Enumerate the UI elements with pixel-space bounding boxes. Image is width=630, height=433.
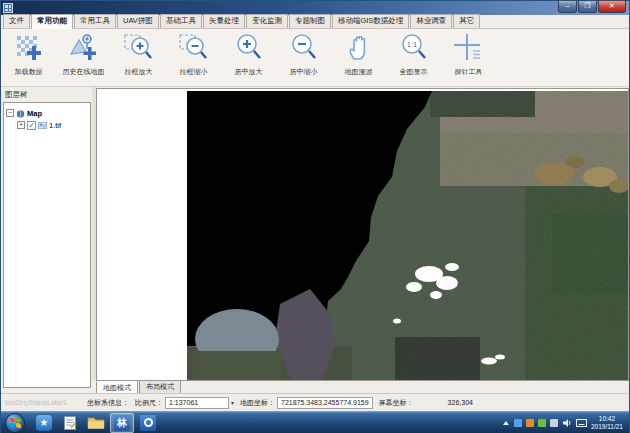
toolbar-button-label: 加载数据 bbox=[15, 67, 43, 77]
tab-thematic-mapping[interactable]: 专题制图 bbox=[289, 14, 331, 28]
taskbar-explorer[interactable] bbox=[84, 413, 108, 433]
load-data-button[interactable]: 加载数据 bbox=[1, 29, 56, 85]
taskbar-notepad[interactable] bbox=[58, 413, 82, 433]
tray-expand-icon[interactable] bbox=[503, 421, 509, 425]
crs-info-label: 坐标系信息： bbox=[87, 398, 129, 408]
tab-vector-processing[interactable]: 矢量处理 bbox=[203, 14, 245, 28]
satellite-raster-image bbox=[97, 89, 628, 380]
toolbar-button-label: 拉框缩小 bbox=[180, 67, 208, 77]
clock-date: 2019/11/21 bbox=[591, 423, 623, 431]
window-controls: – ❐ ✕ bbox=[557, 1, 626, 13]
main-content: 图层树 − Map + ✓ 1.tif bbox=[1, 87, 629, 393]
main-toolbar: 加载数据 历史在线地图 拉框放大 bbox=[1, 29, 629, 87]
layer-visibility-checkbox[interactable]: ✓ bbox=[27, 121, 36, 130]
toolbar-button-label: 历史在线地图 bbox=[63, 67, 105, 77]
folder-icon bbox=[87, 415, 105, 430]
tab-common-tools[interactable]: 常用工具 bbox=[74, 14, 116, 28]
tab-file[interactable]: 文件 bbox=[3, 14, 30, 28]
title-bar: – ❐ ✕ bbox=[1, 1, 629, 15]
tab-forestry-survey[interactable]: 林业调查 bbox=[410, 14, 452, 28]
center-zoom-in-button[interactable]: 居中放大 bbox=[221, 29, 276, 85]
taskbar-circle-app[interactable] bbox=[136, 413, 160, 433]
center-zoom-out-button[interactable]: 居中缩小 bbox=[276, 29, 331, 85]
box-zoom-in-icon bbox=[123, 32, 155, 64]
tree-node-label: Map bbox=[27, 109, 42, 118]
map-coordinate-value: 721875.3483,2455774.9159 bbox=[277, 397, 373, 409]
status-bar: toolStripStatusLabel1 坐标系信息： 比例尺： 1:1370… bbox=[1, 393, 629, 411]
full-extent-button[interactable]: 1:1 全图显示 bbox=[386, 29, 441, 85]
screen-coordinate-label: 屏幕坐标： bbox=[379, 398, 414, 408]
history-online-map-button[interactable]: 历史在线地图 bbox=[56, 29, 111, 85]
circle-app-icon bbox=[140, 415, 156, 431]
scale-input[interactable]: 1:137061 bbox=[165, 397, 229, 409]
menu-tab-bar: 文件 常用功能 常用工具 UAV拼图 基础工具 矢量处理 变化监测 专题制图 移… bbox=[1, 15, 629, 29]
center-zoom-out-icon bbox=[288, 32, 320, 64]
volume-icon[interactable] bbox=[562, 418, 572, 428]
windows-logo-icon bbox=[10, 418, 21, 428]
box-zoom-out-button[interactable]: 拉框缩小 bbox=[166, 29, 221, 85]
tab-common-functions[interactable]: 常用功能 bbox=[31, 14, 73, 29]
taskbar-clock[interactable]: 10:42 2019/11/21 bbox=[591, 415, 623, 431]
close-button[interactable]: ✕ bbox=[598, 1, 626, 13]
tray-orange-icon[interactable] bbox=[526, 419, 534, 427]
svg-text:1:1: 1:1 bbox=[406, 40, 416, 49]
toolbar-button-label: 居中缩小 bbox=[290, 67, 318, 77]
box-zoom-out-icon bbox=[178, 32, 210, 64]
status-placeholder-label: toolStripStatusLabel1 bbox=[5, 399, 81, 406]
scale-dropdown-arrow[interactable]: ▾ bbox=[231, 399, 234, 406]
pan-hand-icon bbox=[343, 32, 375, 64]
layer-tree-title: 图层树 bbox=[5, 90, 28, 100]
box-zoom-in-button[interactable]: 拉框放大 bbox=[111, 29, 166, 85]
map-pan-button[interactable]: 地图漫游 bbox=[331, 29, 386, 85]
tray-green-icon[interactable] bbox=[538, 419, 546, 427]
app-window-icon bbox=[3, 3, 13, 13]
map-document-icon bbox=[16, 109, 25, 118]
tab-change-monitoring[interactable]: 变化监测 bbox=[246, 14, 288, 28]
map-canvas[interactable] bbox=[96, 88, 629, 381]
taskbar-star-app[interactable]: ★ bbox=[32, 413, 56, 433]
tree-node-layer[interactable]: + ✓ 1.tif bbox=[6, 119, 88, 131]
toolbar-button-label: 地图漫游 bbox=[345, 67, 373, 77]
start-button[interactable] bbox=[5, 413, 25, 433]
raster-layer-icon bbox=[38, 121, 47, 130]
clock-time: 10:42 bbox=[591, 415, 623, 423]
forestry-app-icon: 林 bbox=[114, 415, 130, 431]
probe-tool-icon bbox=[453, 32, 485, 64]
probe-tool-button[interactable]: 探针工具 bbox=[441, 29, 496, 85]
screen-coordinate-value: 326,304 bbox=[448, 399, 473, 406]
full-extent-icon: 1:1 bbox=[398, 32, 430, 64]
tree-node-label: 1.tif bbox=[49, 121, 61, 130]
notepad-icon bbox=[62, 415, 78, 431]
toolbar-button-label: 全图显示 bbox=[400, 67, 428, 77]
application-window: – ❐ ✕ 文件 常用功能 常用工具 UAV拼图 基础工具 矢量处理 变化监测 … bbox=[0, 0, 630, 433]
windows-taskbar: ★ 林 bbox=[1, 411, 629, 433]
expand-icon[interactable]: + bbox=[17, 121, 25, 129]
tree-node-map[interactable]: − Map bbox=[6, 107, 88, 119]
keyboard-input-icon[interactable] bbox=[576, 418, 587, 428]
system-tray: 10:42 2019/11/21 bbox=[503, 415, 629, 431]
maximize-button[interactable]: ❐ bbox=[578, 1, 597, 13]
tab-mobile-gis-data[interactable]: 移动端GIS数据处理 bbox=[332, 14, 409, 28]
minimize-button[interactable]: – bbox=[558, 1, 577, 13]
history-online-map-icon bbox=[68, 32, 100, 64]
collapse-icon[interactable]: − bbox=[6, 109, 14, 117]
toolbar-button-label: 居中放大 bbox=[235, 67, 263, 77]
toolbar-button-label: 拉框放大 bbox=[125, 67, 153, 77]
center-zoom-in-icon bbox=[233, 32, 265, 64]
tab-other[interactable]: 其它 bbox=[453, 14, 480, 28]
map-coordinate-label: 地图坐标： bbox=[240, 398, 275, 408]
layer-tree-panel[interactable]: − Map + ✓ 1.tif bbox=[3, 102, 91, 388]
taskbar-forestry-app[interactable]: 林 bbox=[110, 413, 134, 433]
scale-label: 比例尺： bbox=[135, 398, 163, 408]
load-data-icon bbox=[13, 32, 45, 64]
tab-uav-mosaic[interactable]: UAV拼图 bbox=[117, 14, 159, 28]
toolbar-button-label: 探针工具 bbox=[455, 67, 483, 77]
view-mode-tabs: 地图模式 布局模式 bbox=[96, 381, 182, 393]
tray-network-icon[interactable] bbox=[550, 419, 558, 427]
tray-blue-icon[interactable] bbox=[514, 419, 522, 427]
star-app-icon: ★ bbox=[36, 415, 52, 431]
tab-basic-tools[interactable]: 基础工具 bbox=[160, 14, 202, 28]
